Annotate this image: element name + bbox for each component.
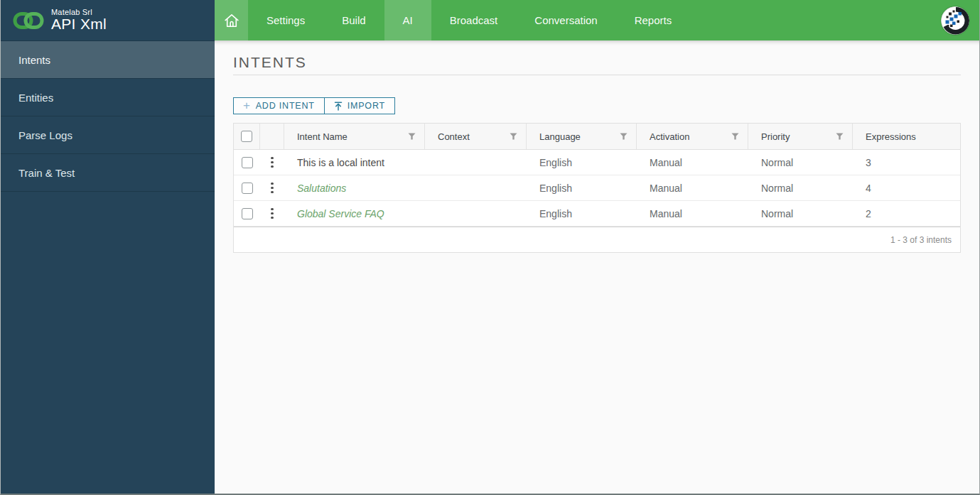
funnel-filter-icon[interactable] bbox=[836, 131, 844, 142]
sidebar-item-label: Parse Logs bbox=[18, 129, 72, 141]
column-label: Priority bbox=[761, 131, 790, 142]
brand-app-label: API Xml bbox=[51, 16, 107, 32]
intent-name: This is a local intent bbox=[297, 157, 384, 168]
column-header-activation: Activation bbox=[637, 124, 748, 149]
sidebar-item-label: Entities bbox=[18, 92, 53, 104]
table-row: Salutations English Manual Normal 4 bbox=[234, 175, 960, 201]
funnel-filter-icon[interactable] bbox=[408, 131, 416, 142]
sidebar: Matelab Srl API Xml Intents Entities Par… bbox=[1, 0, 215, 494]
row-checkbox[interactable] bbox=[242, 157, 253, 168]
language-cell: English bbox=[527, 157, 637, 168]
sidebar-item-label: Train & Test bbox=[18, 167, 75, 179]
toolbar: + ADD INTENT IMPORT bbox=[233, 97, 395, 114]
column-label: Intent Name bbox=[297, 131, 348, 142]
pagination-status: 1 - 3 of 3 intents bbox=[890, 235, 952, 245]
column-header-language: Language bbox=[527, 124, 637, 149]
nav-tab-build[interactable]: Build bbox=[323, 0, 384, 40]
column-label: Expressions bbox=[866, 131, 916, 142]
upload-icon bbox=[334, 102, 343, 111]
sidebar-item-intents[interactable]: Intents bbox=[1, 41, 215, 79]
priority-cell: Normal bbox=[748, 208, 853, 219]
intent-name-link[interactable]: Global Service FAQ bbox=[297, 208, 384, 219]
home-icon bbox=[222, 11, 241, 30]
sidebar-menu: Intents Entities Parse Logs Train & Test bbox=[1, 40, 215, 192]
nav-tab-ai[interactable]: AI bbox=[384, 0, 431, 40]
column-header-priority: Priority bbox=[748, 124, 853, 149]
column-label: Language bbox=[539, 131, 581, 142]
table-row: Global Service FAQ English Manual Normal… bbox=[234, 201, 960, 227]
sidebar-item-train-test[interactable]: Train & Test bbox=[1, 154, 215, 192]
expressions-cell: 3 bbox=[853, 157, 960, 168]
intent-name-link[interactable]: Salutations bbox=[297, 183, 346, 194]
table-header: Intent Name Context Language bbox=[234, 124, 960, 150]
activation-cell: Manual bbox=[637, 157, 748, 168]
nav-tab-settings[interactable]: Settings bbox=[248, 0, 323, 40]
row-menu-header-cell bbox=[260, 124, 284, 149]
activation-cell: Manual bbox=[637, 183, 748, 194]
expressions-cell: 2 bbox=[853, 208, 960, 219]
nav-tab-label: Settings bbox=[266, 14, 305, 26]
funnel-filter-icon[interactable] bbox=[620, 131, 628, 142]
select-all-checkbox[interactable] bbox=[241, 131, 252, 142]
row-checkbox[interactable] bbox=[242, 208, 253, 219]
column-header-intent-name: Intent Name bbox=[284, 124, 425, 149]
nav-tab-label: AI bbox=[403, 14, 413, 26]
column-header-expressions: Expressions bbox=[853, 124, 960, 149]
profile-avatar[interactable] bbox=[941, 6, 969, 35]
infinity-logo-icon bbox=[12, 9, 45, 33]
activation-cell: Manual bbox=[637, 208, 748, 219]
nav-tab-reports[interactable]: Reports bbox=[616, 0, 691, 40]
nav-tab-label: Broadcast bbox=[450, 14, 498, 26]
priority-cell: Normal bbox=[748, 157, 853, 168]
sidebar-item-entities[interactable]: Entities bbox=[1, 79, 215, 116]
page-title: INTENTS bbox=[233, 53, 961, 75]
language-cell: English bbox=[527, 183, 637, 194]
column-label: Context bbox=[438, 131, 470, 142]
brand[interactable]: Matelab Srl API Xml bbox=[1, 0, 215, 40]
priority-cell: Normal bbox=[748, 183, 853, 194]
nav-tab-broadcast[interactable]: Broadcast bbox=[431, 0, 517, 40]
intents-table: Intent Name Context Language bbox=[233, 123, 961, 253]
main-content: INTENTS + ADD INTENT IMPORT bbox=[215, 40, 979, 494]
row-checkbox[interactable] bbox=[242, 183, 253, 194]
add-intent-label: ADD INTENT bbox=[256, 101, 315, 111]
nav-tab-label: Build bbox=[342, 14, 365, 26]
nav-tab-conversation[interactable]: Conversation bbox=[516, 0, 615, 40]
kebab-menu-icon[interactable] bbox=[268, 180, 276, 197]
funnel-filter-icon[interactable] bbox=[510, 131, 517, 142]
import-button[interactable]: IMPORT bbox=[325, 97, 395, 114]
column-header-context: Context bbox=[425, 124, 527, 149]
profile-avatar-icon bbox=[941, 6, 969, 35]
add-intent-button[interactable]: + ADD INTENT bbox=[233, 97, 325, 114]
column-label: Activation bbox=[650, 131, 689, 142]
sidebar-item-parse-logs[interactable]: Parse Logs bbox=[1, 116, 215, 154]
title-divider bbox=[233, 75, 961, 75]
top-navbar: Settings Build AI Broadcast Conversation… bbox=[215, 0, 979, 40]
kebab-menu-icon[interactable] bbox=[268, 205, 276, 222]
sidebar-item-label: Intents bbox=[18, 54, 50, 66]
table-footer: 1 - 3 of 3 intents bbox=[234, 227, 960, 252]
home-button[interactable] bbox=[215, 0, 248, 40]
expressions-cell: 4 bbox=[853, 183, 960, 194]
table-row: This is a local intent English Manual No… bbox=[234, 150, 960, 175]
language-cell: English bbox=[527, 208, 637, 219]
kebab-menu-icon[interactable] bbox=[268, 154, 276, 171]
nav-tab-label: Reports bbox=[635, 14, 672, 26]
app-window: Matelab Srl API Xml Intents Entities Par… bbox=[0, 0, 980, 495]
nav-tab-label: Conversation bbox=[534, 14, 597, 26]
import-label: IMPORT bbox=[348, 101, 385, 111]
funnel-filter-icon[interactable] bbox=[731, 131, 739, 142]
plus-icon: + bbox=[243, 99, 251, 111]
